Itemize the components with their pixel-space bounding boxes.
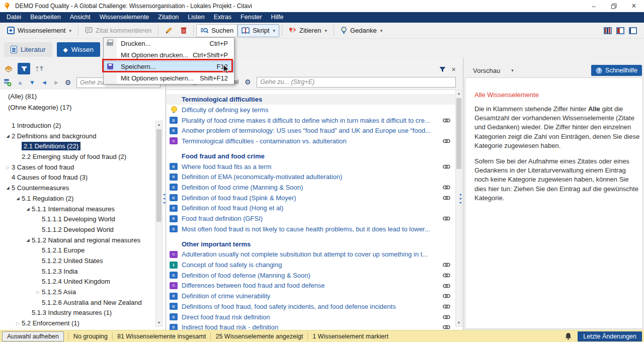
category-tree-scrollbar[interactable]: ▲ ▼ [155,121,163,327]
collapse-left-panel-handle[interactable]: ◄◄◄ [162,193,167,204]
quick-filter-item[interactable]: (Ohne Kategorie) (17) [0,102,155,113]
link-icon[interactable] [443,263,450,267]
knowledge-item[interactable]: Definition of EMA (economically-motivate… [167,172,455,182]
category-tree-item[interactable]: 5.1.2.6 Australia and New Zealand [0,298,153,308]
link-icon[interactable] [443,294,450,298]
move-left-button[interactable]: ◄ [39,79,49,86]
menubar-item[interactable]: Zitation [153,12,183,23]
tree-expander-icon[interactable]: ◢ [24,204,32,214]
tree-expander-icon[interactable]: ▷ [4,162,12,173]
knowledge-item[interactable]: Indirect food fraud risk - definition [167,322,455,330]
knowledge-item[interactable]: Adulteration usually not complete subsit… [167,249,455,260]
restore-button[interactable] [604,0,624,12]
wissenselement-button[interactable]: Wissenselement▾ [3,24,75,37]
menubar-item[interactable]: Extras [209,12,236,23]
link-icon[interactable] [443,284,450,288]
categories-button[interactable] [2,63,15,74]
menubar-item[interactable]: Fenster [236,12,266,23]
category-tree-item[interactable]: ◢2 Definitions and background [0,131,153,142]
knowledge-list-scrollbar[interactable]: ▲ ▼ [455,90,462,327]
category-tree-item[interactable]: 5.1.1.1 Developing World [0,214,153,225]
suchen-button[interactable]: Suchen [196,24,237,37]
close-button[interactable]: × [624,0,644,12]
link-icon[interactable] [443,216,450,221]
category-tree-item[interactable]: 4 Causes of food fraud (3) [0,173,153,183]
knowledge-item[interactable]: Definition of food defense (Manning & So… [167,270,455,281]
menu-item[interactable]: Mit Optionen speichern... Shift+F12 [104,72,234,84]
move-up-button[interactable]: ▲ [15,79,25,86]
menu-item[interactable]: Mit Optionen drucken... Ctrl+Shift+P [104,49,234,61]
category-tree-item[interactable]: 5.1.2.4 United Kingdom [0,277,153,287]
category-tree-item[interactable]: ◢5 Countermeasures [0,183,153,194]
link-icon[interactable] [443,273,450,278]
zitat-kommentieren-button[interactable]: Zitat kommentieren [81,24,155,37]
quick-filter-item[interactable]: (Alle) (81) [0,91,155,102]
scroll-thumb[interactable] [156,129,162,222]
knowledge-item[interactable]: Terminological difficulties - contaminat… [167,136,455,146]
link-icon[interactable] [443,185,450,190]
tree-expander-icon[interactable]: ◢ [4,131,12,141]
category-tree-item[interactable]: 2.2 Emerging study of food fraud (2) [0,152,153,162]
grouping-status[interactable]: No grouping [73,333,108,340]
collapse-right-panel-handle[interactable]: ►►► [458,193,463,204]
category-tree-item[interactable]: ▷5.2 Enforcement (1) [0,318,153,329]
move-right-button[interactable]: ► [51,79,61,86]
category-tree-item[interactable]: 2.1 Definitions (22) [0,141,153,152]
knowledge-item[interactable]: Definition of food fraud (Hong et al) [167,203,455,214]
new-category-button[interactable] [2,77,13,89]
close-icon[interactable]: × [451,65,456,73]
category-tree-item[interactable]: ▷3 Cases of food fraud [0,162,153,173]
tree-expander-icon[interactable]: ◢ [4,183,12,193]
tab-literatur[interactable]: Literatur [4,42,52,57]
knowledge-item[interactable]: Definition of food fraud (Spink & Moyer) [167,193,455,203]
knowledge-item[interactable]: Direct food fraud risk definition [167,312,455,322]
move-down-button[interactable]: ▼ [27,79,37,86]
link-icon[interactable] [443,315,450,319]
edit-pencil-button[interactable] [161,24,177,37]
category-tree-item[interactable]: ◢5.1 Regulation (2) [0,194,153,204]
tree-expander-icon[interactable]: ◢ [24,235,32,245]
gedanke-button[interactable]: Gedanke▾ [337,24,386,37]
skript-button[interactable]: Skript▾ [237,24,279,37]
category-tree-item[interactable]: 5.1.3 Industry measures (1) [0,308,153,318]
category-tree-item[interactable]: 5.1.1.2 Developed World [0,225,153,235]
tree-expander-icon[interactable]: ▷ [34,287,42,297]
category-tree-item[interactable]: 5.1.2.3 India [0,267,153,277]
menubar-item[interactable]: Listen [183,12,209,23]
menubar-item[interactable]: Wissenselemente [95,12,154,23]
clear-selection-button[interactable]: Auswahl aufheben [2,331,64,341]
knowledge-item[interactable]: Another problem of terminology: US uses … [167,125,455,136]
link-icon[interactable] [443,325,450,329]
scroll-down-icon[interactable]: ▼ [456,319,462,326]
knowledge-item[interactable]: Plurality of food crime makes it difficu… [167,115,455,126]
scroll-down-icon[interactable]: ▼ [156,319,162,326]
scroll-up-icon[interactable]: ▲ [456,90,462,97]
category-tree-item[interactable]: ◢5.1.2 National and regional measures [0,235,153,246]
menubar-item[interactable]: Datei [2,12,26,23]
menu-item[interactable]: Drucken... Ctrl+P [104,38,234,49]
knowledge-item[interactable]: Most often food fraud is not likely to c… [167,224,455,234]
tab-wissen[interactable]: ◆ Wissen [57,42,101,57]
minimize-button[interactable]: – [584,0,604,12]
chevron-down-icon[interactable]: ▾ [511,68,514,73]
zitieren-button[interactable]: Zitieren▾ [285,24,331,37]
knowledge-item[interactable]: Concept of food safety is changing [167,260,455,270]
link-icon[interactable] [443,304,450,309]
knowledge-item[interactable]: Definition of crime vulnerability [167,291,455,301]
link-icon[interactable] [443,164,450,169]
vorschau-selector[interactable]: Vorschau [473,67,500,74]
letzte-aenderungen-button[interactable]: Letzte Änderungen [578,331,642,341]
knowledge-item[interactable]: Where food fraud fits as a term [167,161,455,172]
link-icon[interactable] [443,118,450,123]
knowledge-item[interactable]: Food fraud definition (GFSI) [167,213,455,224]
menubar-item[interactable]: Hilfe [267,12,288,23]
category-tree-item[interactable]: 1 Introduction (2) [0,121,153,131]
link-icon[interactable] [443,196,450,200]
category-tree-item[interactable]: ▷5.1.2.5 Asia [0,287,153,298]
schnellhilfe-button[interactable]: ? Schnellhilfe [591,65,642,76]
two-pane-layout-icon[interactable] [616,27,624,34]
scroll-up-icon[interactable]: ▲ [156,121,162,128]
filter-icon[interactable] [439,66,446,72]
category-tree-item[interactable]: 5.1.2.2 United States [0,256,153,267]
scroll-thumb[interactable] [456,98,461,169]
